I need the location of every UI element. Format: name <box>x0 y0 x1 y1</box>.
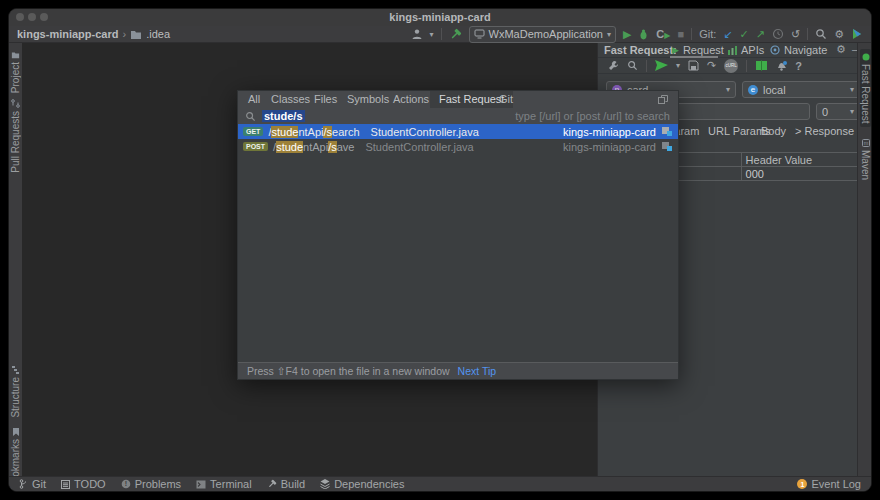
breadcrumb-chevron-icon: › <box>122 28 126 40</box>
tab-body[interactable]: Body <box>761 125 786 137</box>
statusbar-todo[interactable]: TODO <box>61 478 106 490</box>
result-module: kings-miniapp-card <box>563 126 656 138</box>
breadcrumb-item[interactable]: .idea <box>146 28 170 40</box>
sidebar-item-fast-request[interactable]: Fast Request <box>860 49 871 127</box>
sidebar-item-label: Pull Requests <box>10 111 21 173</box>
config-wrench-icon[interactable] <box>608 60 619 71</box>
debug-icon[interactable] <box>638 28 649 40</box>
git-update-icon[interactable]: ↙ <box>723 28 732 41</box>
user-icon[interactable] <box>411 28 423 40</box>
statusbar-git[interactable]: Git <box>19 478 46 490</box>
search-result[interactable]: GET /studentApi/search StudentController… <box>238 124 678 139</box>
search-field[interactable]: stude/s type [/url] or [post /url] to se… <box>238 108 678 124</box>
statusbar-event-log[interactable]: 1 Event Log <box>797 478 861 490</box>
docs-book-icon[interactable] <box>755 60 768 71</box>
tab-apis[interactable]: APIs <box>728 44 764 56</box>
apis-icon <box>728 46 737 55</box>
tab-all[interactable]: All <box>248 91 260 108</box>
user-caret-icon[interactable]: ▾ <box>430 30 434 39</box>
rollback-icon[interactable]: ↺ <box>791 28 800 41</box>
popup-footer: Press ⇧F4 to open the file in a new wind… <box>238 362 678 379</box>
sidebar-item-project[interactable]: Project <box>10 51 21 93</box>
toolbar-separator <box>746 60 747 72</box>
sync-arrow-icon[interactable]: ↷ <box>707 59 716 72</box>
settings-gear-icon[interactable]: ⚙ <box>834 28 844 41</box>
tab-classes[interactable]: Classes <box>271 91 310 108</box>
tab-files[interactable]: Files <box>314 91 337 108</box>
right-tool-strip: Fast Request m Maven <box>857 43 871 476</box>
coverage-icon[interactable]: C▶ <box>656 28 670 40</box>
count-select-value: 0 <box>822 106 828 118</box>
search-icon <box>245 111 256 122</box>
tab-actions[interactable]: Actions <box>393 91 429 108</box>
statusbar-dependencies[interactable]: Dependencies <box>320 478 404 490</box>
structure-icon <box>11 365 20 374</box>
notification-bell-icon[interactable] <box>776 60 787 72</box>
tab-navigate[interactable]: Navigate <box>770 44 827 56</box>
breadcrumb: kings-miniapp-card › .idea <box>9 28 170 40</box>
build-icon <box>267 479 277 489</box>
run-button[interactable]: ▶ <box>623 28 631 41</box>
terminal-icon <box>196 480 206 489</box>
sidebar-item-maven[interactable]: m Maven <box>860 139 871 180</box>
help-icon[interactable]: ? <box>795 60 802 72</box>
tab-response[interactable]: > Response <box>795 125 854 137</box>
git-commit-icon[interactable]: ✓ <box>739 28 748 41</box>
tab-symbols[interactable]: Symbols <box>347 91 389 108</box>
statusbar-terminal[interactable]: Terminal <box>196 478 252 490</box>
chevron-down-icon: ▾ <box>850 85 854 94</box>
search-result[interactable]: POST /studentApi/save StudentController.… <box>238 139 678 154</box>
next-tip-link[interactable]: Next Tip <box>458 365 497 377</box>
search-everywhere-popup: All Classes Files Symbols Actions Fast R… <box>237 90 679 380</box>
chevron-down-icon: ▾ <box>850 107 854 116</box>
build-hammer-icon[interactable] <box>449 28 462 41</box>
header-value-cell[interactable]: 000 <box>741 167 857 181</box>
statusbar-build[interactable]: Build <box>267 478 305 490</box>
svg-text:m: m <box>863 140 868 146</box>
send-options-caret-icon[interactable]: ▾ <box>676 61 680 70</box>
count-select[interactable]: 0 ▾ <box>816 103 860 120</box>
search-everywhere-icon[interactable] <box>815 28 827 40</box>
save-icon[interactable] <box>688 60 699 71</box>
git-label: Git: <box>699 28 716 40</box>
toolbar-separator <box>807 28 808 40</box>
git-push-icon[interactable]: ↗ <box>756 28 765 41</box>
result-file: StudentController.java <box>371 126 479 138</box>
send-request-icon[interactable] <box>655 60 668 71</box>
curl-icon[interactable]: cURL <box>724 59 738 73</box>
plugin-icon[interactable] <box>851 28 863 40</box>
module-icon <box>661 126 673 137</box>
window-title: kings-miniapp-card <box>9 11 871 23</box>
bookmarks-icon <box>12 427 20 436</box>
tab-git[interactable]: Git <box>499 91 513 108</box>
panel-settings-gear-icon[interactable]: ⚙ <box>836 43 846 56</box>
sidebar-item-pull-requests[interactable]: Pull Requests <box>10 99 21 173</box>
sidebar-item-structure[interactable]: Structure <box>10 365 21 418</box>
search-hint: type [/url] or [post /url] to search <box>515 110 670 122</box>
fast-request-header: Fast Request: ▶ Request APIs Navigate ⚙ … <box>598 43 863 58</box>
project-icon <box>11 51 20 59</box>
folder-icon <box>130 29 142 40</box>
dependencies-icon <box>320 479 330 489</box>
open-in-tool-window-icon[interactable] <box>658 95 668 104</box>
sidebar-item-label: Structure <box>10 377 21 418</box>
environment-select[interactable]: e local ▾ <box>742 81 860 98</box>
header-value-column[interactable]: Header Value <box>741 153 857 167</box>
request-toolbar: ▾ ↷ cURL ? <box>598 58 863 74</box>
environment-select-value: local <box>763 84 786 96</box>
statusbar-problems[interactable]: ! Problems <box>121 478 181 490</box>
panel-title: Fast Request: <box>604 44 677 56</box>
breadcrumb-project[interactable]: kings-miniapp-card <box>17 28 118 40</box>
app-icon <box>474 29 485 39</box>
title-bar: kings-miniapp-card <box>9 9 871 26</box>
run-config-select[interactable]: WxMaDemoApplication ▾ <box>469 26 616 43</box>
environment-badge-icon: e <box>748 85 758 95</box>
search-query[interactable]: stude/s <box>262 110 305 122</box>
navigate-icon <box>770 45 780 55</box>
stop-button: ■ <box>677 28 684 40</box>
toolbar-actions: ▾ WxMaDemoApplication ▾ ▶ C▶ ■ Git: ↙ ✓ … <box>411 26 871 43</box>
main-toolbar: kings-miniapp-card › .idea ▾ WxMaDemoApp… <box>9 26 871 43</box>
status-bar: Git TODO ! Problems Terminal Build Depen… <box>9 476 871 491</box>
search-icon[interactable] <box>627 60 638 71</box>
tab-request[interactable]: ▶ Request <box>672 44 724 56</box>
